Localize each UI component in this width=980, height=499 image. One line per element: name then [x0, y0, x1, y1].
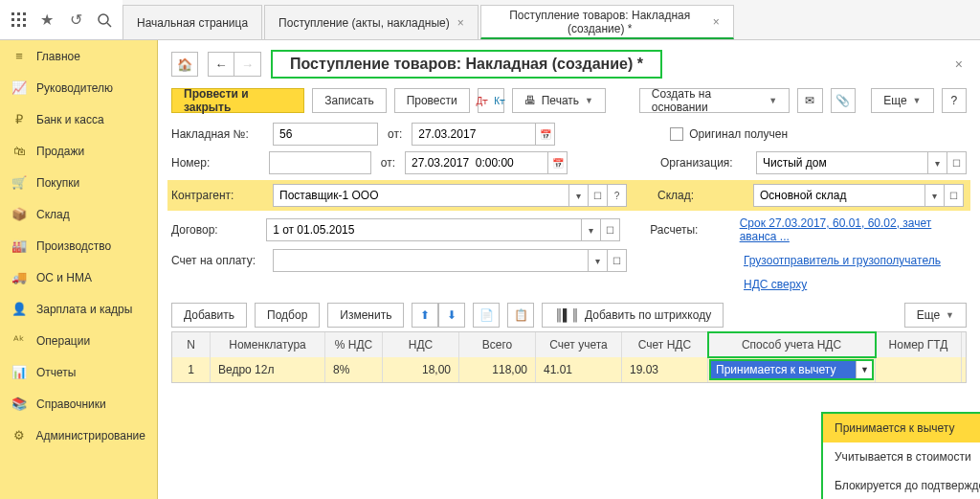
svg-rect-3 [11, 18, 14, 21]
cell-account[interactable]: 41.01 [536, 357, 622, 382]
col-vat-method[interactable]: Способ учета НДС [708, 332, 876, 357]
invoice-date-input[interactable] [412, 123, 536, 146]
help-button[interactable]: ? [942, 88, 968, 113]
col-vat-account[interactable]: Счет НДС [622, 332, 708, 357]
dt-kt-button[interactable]: ДᴛКᴛ [478, 88, 504, 113]
open-icon[interactable]: ☐ [608, 249, 627, 272]
pick-button[interactable]: Подбор [255, 303, 320, 328]
contract-label: Договор: [171, 223, 256, 237]
home-button[interactable]: 🏠 [171, 52, 198, 77]
attach-button[interactable]: 📎 [831, 88, 857, 113]
vat-top-link[interactable]: НДС сверху [744, 278, 807, 291]
close-page-button[interactable]: × [951, 53, 967, 76]
sidebar-item-manager[interactable]: 📈Руководителю [0, 72, 157, 103]
vat-option[interactable]: Учитывается в стоимости [823, 442, 980, 471]
cell-nomenclature[interactable]: Ведро 12л [211, 357, 325, 382]
paste-button[interactable]: 📋 [507, 303, 534, 328]
cell-total[interactable]: 118,00 [459, 357, 536, 382]
open-icon[interactable]: ☐ [601, 218, 620, 241]
save-button[interactable]: Записать [312, 88, 386, 113]
copy-button[interactable]: 📄 [473, 303, 500, 328]
shipper-link[interactable]: Грузоотправитель и грузополучатель [744, 254, 941, 267]
mail-button[interactable]: ✉ [797, 88, 823, 113]
calendar-icon[interactable]: 📅 [548, 151, 568, 174]
original-received-checkbox[interactable]: Оригинал получен [670, 127, 788, 141]
chevron-down-icon: ▼ [585, 96, 593, 105]
edit-button[interactable]: Изменить [327, 303, 404, 328]
tab-invoice-create[interactable]: Поступление товаров: Накладная (создание… [480, 5, 734, 39]
col-nomenclature[interactable]: Номенклатура [211, 332, 325, 357]
history-icon[interactable]: ↺ [63, 8, 88, 33]
cell-vat-method[interactable]: Принимается к вычету ▼ [708, 357, 876, 382]
tab-home[interactable]: Начальная страница [122, 5, 262, 39]
back-button[interactable]: ← [208, 52, 234, 77]
chevron-down-icon[interactable]: ▾ [925, 184, 945, 207]
open-icon[interactable]: ☐ [589, 184, 608, 207]
chevron-down-icon[interactable]: ▾ [582, 218, 601, 241]
sidebar-item-production[interactable]: 🏭Производство [0, 230, 157, 261]
more-button[interactable]: Еще▼ [871, 88, 933, 113]
vat-option[interactable]: Блокируется до подтверждения 0% [823, 471, 980, 499]
organization-input[interactable] [756, 151, 928, 174]
col-account[interactable]: Счет учета [536, 332, 622, 357]
sidebar-item-label: Администрирование [36, 429, 145, 442]
col-n[interactable]: N [172, 332, 211, 357]
post-button[interactable]: Провести [394, 88, 470, 113]
add-row-button[interactable]: Добавить [171, 303, 247, 328]
col-total[interactable]: Всего [459, 332, 536, 357]
move-down-button[interactable]: ⬇ [438, 303, 465, 328]
number-input[interactable] [269, 151, 370, 174]
search-icon[interactable] [92, 8, 117, 33]
sidebar-item-directories[interactable]: 📚Справочники [0, 388, 157, 420]
tab-label: Поступление (акты, накладные) [278, 16, 450, 30]
sidebar-item-reports[interactable]: 📊Отчеты [0, 356, 157, 388]
cell-vat-pct[interactable]: 8% [325, 357, 383, 382]
apps-icon[interactable] [6, 8, 31, 33]
sidebar-item-main[interactable]: ≡Главное [0, 40, 157, 72]
forward-button[interactable]: → [234, 52, 261, 77]
cell-vat[interactable]: 18,00 [383, 357, 459, 382]
number-date-input[interactable] [405, 151, 548, 174]
chevron-down-icon[interactable]: ▾ [928, 151, 947, 174]
sidebar-item-assets[interactable]: 🚚ОС и НМА [0, 261, 157, 293]
chevron-down-icon[interactable]: ▼ [856, 360, 873, 379]
sidebar-item-bank[interactable]: ₽Банк и касса [0, 103, 157, 135]
table-row[interactable]: 1 Ведро 12л 8% 18,00 118,00 41.01 19.03 … [172, 357, 966, 382]
sidebar-item-warehouse[interactable]: 📦Склад [0, 198, 157, 230]
chevron-down-icon[interactable]: ▾ [569, 184, 589, 207]
cell-vat-account[interactable]: 19.03 [622, 357, 708, 382]
cell-gtd[interactable] [876, 357, 962, 382]
col-vat[interactable]: НДС [383, 332, 459, 357]
chevron-down-icon[interactable]: ▾ [589, 249, 608, 272]
printer-icon: 🖶 [524, 94, 536, 107]
sidebar-item-purchases[interactable]: 🛒Покупки [0, 167, 157, 198]
post-and-close-button[interactable]: Провести и закрыть [171, 88, 304, 113]
barcode-button[interactable]: ║▌║Добавить по штрихкоду [542, 303, 724, 328]
col-gtd[interactable]: Номер ГТД [876, 332, 962, 357]
calculations-link[interactable]: Срок 27.03.2017, 60.01, 60.02, зачет ава… [740, 216, 967, 243]
sidebar-item-operations[interactable]: ᴬᵏОперации [0, 325, 157, 356]
warehouse-input[interactable] [753, 184, 925, 207]
calendar-icon[interactable]: 📅 [536, 123, 555, 146]
close-icon[interactable]: × [457, 16, 464, 30]
close-icon[interactable]: × [713, 15, 720, 29]
favorite-icon[interactable]: ★ [34, 8, 59, 33]
invoice-number-input[interactable] [273, 123, 378, 146]
tab-receipts[interactable]: Поступление (акты, накладные)× [264, 5, 479, 39]
open-icon[interactable]: ☐ [947, 151, 967, 174]
vat-method-dropdown[interactable]: Принимается к вычету ▼ [710, 360, 873, 379]
sidebar-item-admin[interactable]: ⚙Администрирование [0, 420, 157, 451]
help-icon[interactable]: ? [608, 184, 627, 207]
vat-option[interactable]: Принимается к вычету [823, 414, 980, 442]
counterparty-input[interactable] [273, 184, 569, 207]
move-up-button[interactable]: ⬆ [412, 303, 438, 328]
open-icon[interactable]: ☐ [945, 184, 964, 207]
table-more-button[interactable]: Еще▼ [904, 303, 967, 328]
sidebar-item-payroll[interactable]: 👤Зарплата и кадры [0, 293, 157, 325]
col-vat-pct[interactable]: % НДС [325, 332, 383, 357]
sidebar-item-sales[interactable]: 🛍Продажи [0, 135, 157, 167]
bill-input[interactable] [273, 249, 589, 272]
print-button[interactable]: 🖶Печать▼ [512, 88, 606, 113]
create-on-basis-button[interactable]: Создать на основании▼ [639, 88, 790, 113]
contract-input[interactable] [266, 218, 582, 241]
